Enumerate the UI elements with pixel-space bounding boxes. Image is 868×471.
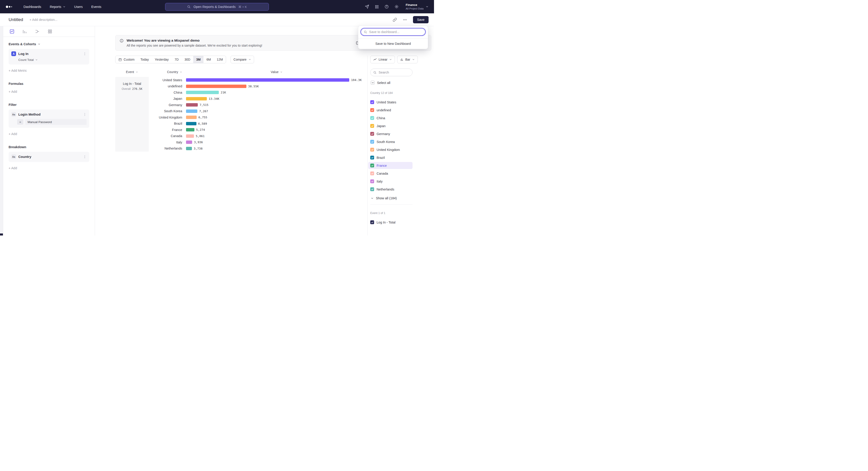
legend-item-united-kingdom[interactable]: United Kingdom bbox=[368, 146, 412, 153]
more-options-icon[interactable] bbox=[403, 18, 407, 22]
nav-item-users[interactable]: Users bbox=[74, 5, 83, 8]
send-data-icon[interactable] bbox=[365, 4, 369, 9]
mixpanel-logo-icon[interactable] bbox=[5, 5, 13, 8]
breakdown-property-name[interactable]: Country bbox=[18, 155, 81, 158]
filter-value-selector[interactable]: Manual Password bbox=[25, 119, 87, 125]
value-column-header[interactable]: Value bbox=[186, 70, 367, 74]
legend-item-france[interactable]: France bbox=[368, 162, 412, 169]
events-section-title[interactable]: Events & Cohorts bbox=[8, 42, 89, 46]
settings-gear-icon[interactable] bbox=[395, 4, 399, 9]
save-to-dashboard-input[interactable] bbox=[369, 30, 423, 34]
checkbox-log-in-total[interactable] bbox=[370, 220, 374, 224]
breakdown-more-icon[interactable] bbox=[83, 155, 87, 158]
nav-item-dashboards[interactable]: Dashboards bbox=[24, 5, 41, 8]
checkbox-netherlands[interactable] bbox=[370, 187, 374, 191]
legend-search-box[interactable] bbox=[370, 68, 412, 76]
tab-flows-icon[interactable] bbox=[35, 29, 40, 34]
checkbox-united-states[interactable] bbox=[370, 100, 374, 104]
legend-item-log-in-total[interactable]: Log In - Total bbox=[368, 219, 412, 226]
bar-italy[interactable] bbox=[186, 141, 192, 144]
legend-item-japan[interactable]: Japan bbox=[368, 122, 412, 129]
copy-link-icon[interactable] bbox=[393, 18, 397, 22]
project-switcher[interactable]: Finance All Project Data bbox=[406, 3, 429, 10]
checkbox-italy[interactable] bbox=[370, 179, 374, 183]
date-range-today[interactable]: Today bbox=[137, 56, 152, 63]
filter-property-name[interactable]: Login Method bbox=[18, 112, 81, 116]
checkbox-brazil[interactable] bbox=[370, 156, 374, 159]
select-all-row[interactable]: Select all bbox=[370, 81, 412, 85]
checkbox-undefined[interactable] bbox=[370, 108, 374, 112]
tab-retention-grid-icon[interactable] bbox=[48, 29, 53, 34]
filter-operator-selector[interactable]: = bbox=[17, 119, 23, 125]
apps-grid-icon[interactable] bbox=[375, 5, 379, 9]
chart-type-tabs bbox=[3, 26, 95, 37]
legend-item-netherlands[interactable]: Netherlands bbox=[368, 186, 412, 193]
add-breakdown-button[interactable]: + Add bbox=[8, 166, 89, 170]
checkbox-japan[interactable] bbox=[370, 124, 374, 128]
filter-more-icon[interactable] bbox=[83, 113, 87, 116]
metric-event-name[interactable]: Log In bbox=[18, 52, 81, 56]
help-icon[interactable] bbox=[384, 4, 389, 9]
save-button[interactable]: Save bbox=[413, 16, 429, 23]
date-range-custom[interactable]: Custom bbox=[116, 56, 137, 63]
compare-button[interactable]: Compare bbox=[230, 56, 254, 63]
filter-card[interactable]: Aa Login Method = Manual Password bbox=[8, 110, 89, 128]
line-type-selector[interactable]: Linear bbox=[370, 56, 395, 63]
bar-netherlands[interactable] bbox=[186, 147, 192, 150]
checkbox-germany[interactable] bbox=[370, 132, 374, 136]
bar-germany[interactable] bbox=[186, 103, 198, 107]
legend-item-south-korea[interactable]: South Korea bbox=[368, 138, 412, 145]
legend-item-brazil[interactable]: Brazil bbox=[368, 154, 412, 161]
collapsed-nav-rail[interactable] bbox=[0, 26, 3, 235]
add-formula-button[interactable]: + Add bbox=[8, 90, 89, 93]
add-filter-button[interactable]: + Add bbox=[8, 132, 89, 136]
checkbox-china[interactable] bbox=[370, 116, 374, 120]
tab-insights-line-chart-icon[interactable] bbox=[9, 29, 14, 34]
checkbox-france[interactable] bbox=[370, 164, 374, 168]
add-description-field[interactable]: + Add description... bbox=[29, 18, 57, 22]
date-range-12m[interactable]: 12M bbox=[214, 56, 226, 63]
date-range-6m[interactable]: 6M bbox=[204, 56, 214, 63]
save-to-dashboard-search[interactable] bbox=[361, 28, 426, 36]
bar-france[interactable] bbox=[186, 128, 194, 131]
breakdown-card[interactable]: Aa Country bbox=[8, 152, 89, 162]
bar-japan[interactable] bbox=[186, 97, 207, 100]
tab-bar-chart-icon[interactable] bbox=[22, 29, 27, 34]
legend-item-china[interactable]: China bbox=[368, 115, 412, 121]
metric-card[interactable]: A Log In Count Total bbox=[8, 49, 89, 64]
global-search-button[interactable]: Open Reports & Dashboards ⌘ + K bbox=[165, 3, 269, 11]
show-all-button[interactable]: Show all (184) bbox=[370, 196, 412, 200]
event-column-header[interactable]: Event bbox=[115, 70, 149, 74]
checkbox-canada[interactable] bbox=[370, 172, 374, 175]
bar-china[interactable] bbox=[186, 91, 219, 94]
legend-search-input[interactable] bbox=[379, 70, 410, 74]
bar-undefined[interactable] bbox=[186, 85, 246, 88]
country-column-header[interactable]: Country bbox=[149, 70, 182, 74]
checkbox-united-kingdom[interactable] bbox=[370, 148, 374, 152]
chart-type-selector[interactable]: Bar bbox=[397, 56, 418, 63]
bar-canada[interactable] bbox=[186, 135, 194, 138]
checkbox-south-korea[interactable] bbox=[370, 140, 374, 144]
legend-item-italy[interactable]: Italy bbox=[368, 178, 412, 185]
save-to-new-dashboard-item[interactable]: Save to New Dashboard bbox=[361, 38, 426, 49]
bar-brazil[interactable] bbox=[186, 122, 196, 125]
nav-item-reports[interactable]: Reports bbox=[50, 5, 66, 8]
nav-item-events[interactable]: Events bbox=[91, 5, 101, 8]
date-range-3m[interactable]: 3M bbox=[193, 56, 204, 63]
add-metric-button[interactable]: + Add Metric bbox=[8, 69, 89, 72]
legend-item-united-states[interactable]: United States bbox=[368, 99, 412, 106]
metric-more-icon[interactable] bbox=[83, 52, 87, 56]
legend-item-canada[interactable]: Canada bbox=[368, 170, 412, 177]
legend-item-germany[interactable]: Germany bbox=[368, 130, 412, 137]
date-range-30d[interactable]: 30D bbox=[182, 56, 193, 63]
report-title[interactable]: Untitled bbox=[8, 17, 23, 22]
bar-united-kingdom[interactable] bbox=[186, 116, 197, 119]
aggregation-selector[interactable]: Count Total bbox=[18, 58, 87, 62]
select-all-checkbox[interactable] bbox=[371, 81, 375, 85]
metric-letter-badge: A bbox=[11, 51, 16, 56]
bar-south-korea[interactable] bbox=[186, 110, 197, 113]
legend-item-undefined[interactable]: undefined bbox=[368, 107, 412, 114]
date-range-yesterday[interactable]: Yesterday bbox=[152, 56, 172, 63]
bar-united-states[interactable] bbox=[186, 78, 349, 82]
date-range-7d[interactable]: 7D bbox=[172, 56, 182, 63]
